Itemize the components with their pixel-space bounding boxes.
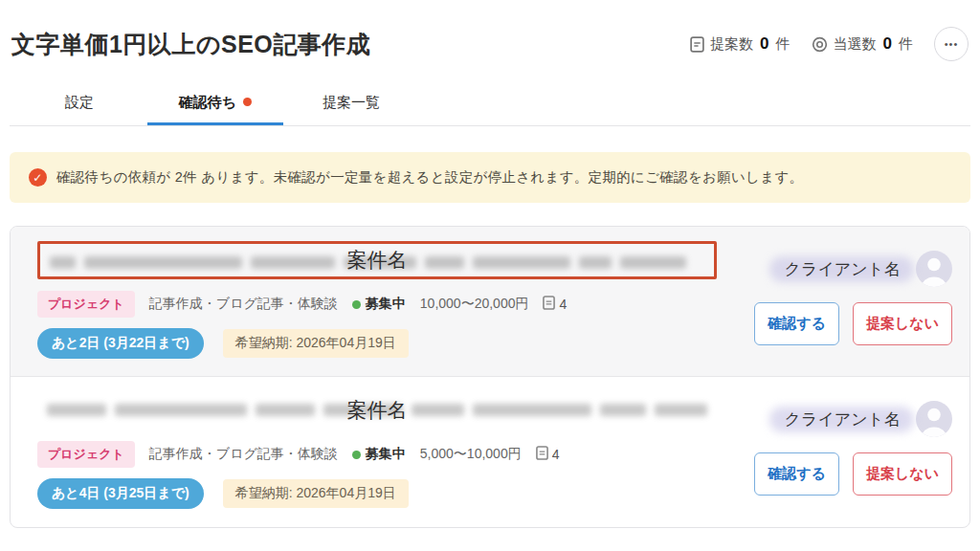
avatar[interactable] xyxy=(916,401,952,437)
page: 文字単価1円以上のSEO記事作成 提案数 0 件 当選数 0 件 ••• xyxy=(0,27,980,528)
stat-unit: 件 xyxy=(899,35,913,54)
client-row: クライアント名 xyxy=(777,251,952,287)
stat-value: 0 xyxy=(760,34,768,54)
tab-bar: 設定 確認待ち 提案一覧 xyxy=(10,82,970,126)
client-name-label: クライアント名 xyxy=(785,260,901,278)
job-title-label: 案件名 xyxy=(347,397,408,424)
job-price: 5,000〜10,000円 xyxy=(420,446,522,463)
notice-banner: ✓ 確認待ちの依頼が 2件 あります。未確認が一定量を超えると設定が停止されます… xyxy=(10,152,970,203)
job-card: 案件名 プロジェクト 記事作成・ブログ記事・体験談 募集中 10,000〜20,… xyxy=(11,227,969,377)
decline-button[interactable]: 提案しない xyxy=(853,452,952,496)
delivery-date-badge: 希望納期: 2026年04月19日 xyxy=(223,479,409,508)
tab-settings[interactable]: 設定 xyxy=(11,82,147,125)
job-list: 案件名 プロジェクト 記事作成・ブログ記事・体験談 募集中 10,000〜20,… xyxy=(10,226,970,528)
attachment-count-value: 4 xyxy=(559,297,567,312)
client-name[interactable]: クライアント名 xyxy=(777,255,908,283)
person-icon xyxy=(916,401,952,437)
target-icon xyxy=(812,36,828,53)
tab-label: 設定 xyxy=(65,94,94,110)
job-category: 記事作成・ブログ記事・体験談 xyxy=(149,446,338,463)
job-status: 募集中 xyxy=(352,446,406,463)
status-dot-icon xyxy=(352,451,361,459)
stat-label: 提案数 xyxy=(710,35,753,54)
check-circle-icon: ✓ xyxy=(29,168,47,187)
job-card-side: クライアント名 確認する 提案しない xyxy=(730,391,952,504)
unread-dot-icon xyxy=(243,98,252,106)
job-badge-row: あと4日 (3月25日まで) 希望納期: 2026年04月19日 xyxy=(37,478,717,509)
header-stats: 提案数 0 件 当選数 0 件 ••• xyxy=(690,27,969,61)
client-name-label: クライアント名 xyxy=(785,410,901,429)
project-type-badge: プロジェクト xyxy=(37,291,135,318)
job-meta-row: プロジェクト 記事作成・ブログ記事・体験談 募集中 10,000〜20,000円… xyxy=(37,291,717,318)
client-row: クライアント名 xyxy=(777,401,952,437)
win-count-stat: 当選数 0 件 xyxy=(812,34,913,54)
avatar[interactable] xyxy=(916,251,952,287)
document-icon xyxy=(543,296,555,313)
ellipsis-icon: ••• xyxy=(945,38,959,50)
action-buttons: 確認する 提案しない xyxy=(754,302,952,345)
page-title: 文字単価1円以上のSEO記事作成 xyxy=(11,29,370,60)
job-title-label: 案件名 xyxy=(347,247,408,274)
job-category: 記事作成・ブログ記事・体験談 xyxy=(149,296,338,313)
job-card-main: 案件名 プロジェクト 記事作成・ブログ記事・体験談 募集中 10,000〜20,… xyxy=(30,241,730,353)
document-icon xyxy=(536,446,548,463)
stat-unit: 件 xyxy=(776,35,791,54)
stat-value: 0 xyxy=(883,34,892,54)
delivery-date-badge: 希望納期: 2026年04月19日 xyxy=(223,329,409,358)
tab-proposal-list[interactable]: 提案一覧 xyxy=(283,82,419,125)
proposal-count-stat: 提案数 0 件 xyxy=(690,34,790,54)
status-dot-icon xyxy=(352,300,361,309)
attachment-count: 4 xyxy=(536,446,560,463)
document-icon xyxy=(690,36,704,53)
attachment-count-value: 4 xyxy=(552,447,560,462)
job-card-main: 案件名 プロジェクト 記事作成・ブログ記事・体験談 募集中 5,000〜10,0… xyxy=(30,391,730,504)
tab-label: 提案一覧 xyxy=(323,94,380,110)
job-card-side: クライアント名 確認する 提案しない xyxy=(730,241,952,353)
status-label: 募集中 xyxy=(366,296,406,313)
tab-label: 確認待ち xyxy=(179,94,236,110)
confirm-button[interactable]: 確認する xyxy=(754,302,839,345)
job-meta-row: プロジェクト 記事作成・ブログ記事・体験談 募集中 5,000〜10,000円 … xyxy=(37,441,717,468)
deadline-badge: あと2日 (3月22日まで) xyxy=(37,328,204,359)
client-name[interactable]: クライアント名 xyxy=(777,406,908,433)
stat-label: 当選数 xyxy=(834,35,877,54)
status-label: 募集中 xyxy=(366,446,406,463)
confirm-button[interactable]: 確認する xyxy=(754,452,839,496)
tab-pending-confirmation[interactable]: 確認待ち xyxy=(147,82,283,125)
job-title[interactable]: 案件名 xyxy=(37,391,717,430)
person-icon xyxy=(916,251,952,287)
notice-text: 確認待ちの依頼が 2件 あります。未確認が一定量を超えると設定が停止されます。定… xyxy=(56,168,803,187)
job-card: 案件名 プロジェクト 記事作成・ブログ記事・体験談 募集中 5,000〜10,0… xyxy=(11,377,969,527)
action-buttons: 確認する 提案しない xyxy=(754,452,952,496)
more-options-button[interactable]: ••• xyxy=(934,27,969,61)
job-status: 募集中 xyxy=(352,296,406,313)
page-header: 文字単価1円以上のSEO記事作成 提案数 0 件 当選数 0 件 ••• xyxy=(10,27,970,61)
decline-button[interactable]: 提案しない xyxy=(853,302,952,345)
project-type-badge: プロジェクト xyxy=(37,441,135,468)
deadline-badge: あと4日 (3月25日まで) xyxy=(37,478,204,509)
job-title[interactable]: 案件名 xyxy=(37,241,717,279)
job-price: 10,000〜20,000円 xyxy=(420,296,529,313)
attachment-count: 4 xyxy=(543,296,567,313)
job-badge-row: あと2日 (3月22日まで) 希望納期: 2026年04月19日 xyxy=(37,328,717,359)
